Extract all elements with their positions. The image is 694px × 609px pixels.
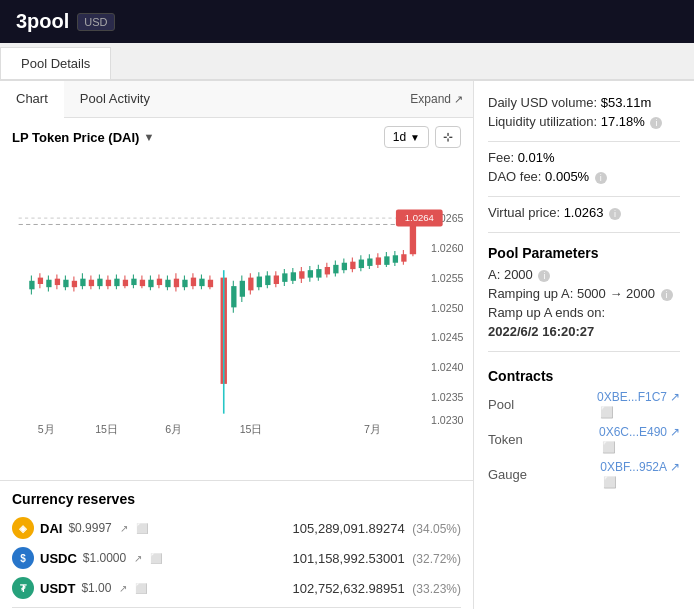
usdc-price: $1.0000 bbox=[83, 551, 126, 565]
daily-volume-row: Daily USD volume: $53.11m bbox=[488, 95, 680, 110]
pool-params-title: Pool Parameters bbox=[488, 245, 680, 261]
dao-fee-row: DAO fee: 0.005% i bbox=[488, 169, 680, 184]
reserve-row-usdt: ₮ USDT $1.00 ↗ ⬜ 102,752,632.98951 (33.2… bbox=[12, 577, 461, 599]
svg-text:1.0235: 1.0235 bbox=[431, 391, 464, 403]
dai-copy-icon[interactable]: ⬜ bbox=[136, 523, 148, 534]
tab-pool-details[interactable]: Pool Details bbox=[0, 47, 111, 79]
gauge-copy-icon[interactable]: ⬜ bbox=[603, 476, 617, 488]
divider-3 bbox=[488, 232, 680, 233]
usdt-pct: (33.23%) bbox=[412, 582, 461, 596]
pool-copy-icon[interactable]: ⬜ bbox=[600, 406, 614, 418]
divider-2 bbox=[488, 196, 680, 197]
price-chart: 1.0265 1.0260 1.0255 1.0250 1.0245 1.024… bbox=[8, 156, 465, 480]
reserves-title: Currency reserves bbox=[12, 491, 461, 507]
ramping-value: 5000 → 2000 bbox=[577, 286, 659, 301]
svg-rect-22 bbox=[63, 280, 68, 287]
svg-text:7月: 7月 bbox=[364, 423, 381, 435]
chevron-down-icon: ▼ bbox=[410, 132, 420, 143]
app-header: 3pool USD bbox=[0, 0, 694, 43]
external-link-icon: ↗ bbox=[670, 425, 680, 439]
dai-icon: ◈ bbox=[12, 517, 34, 539]
usdc-link-icon[interactable]: ↗ bbox=[134, 553, 142, 564]
svg-rect-48 bbox=[165, 280, 170, 287]
svg-rect-72 bbox=[282, 273, 287, 282]
fee-label: Fee: bbox=[488, 150, 518, 165]
ramp-end-value-row: 2022/6/2 16:20:27 bbox=[488, 324, 680, 339]
divider-1 bbox=[488, 141, 680, 142]
a-value: 2000 bbox=[504, 267, 533, 282]
app-title: 3pool bbox=[16, 10, 69, 33]
svg-text:1.0260: 1.0260 bbox=[431, 242, 464, 254]
dai-pct: (34.05%) bbox=[412, 522, 461, 536]
usdt-icon: ₮ bbox=[12, 577, 34, 599]
time-selector[interactable]: 1d ▼ bbox=[384, 126, 429, 148]
contract-row-token: Token 0X6C...E490 ↗ ⬜ bbox=[488, 425, 680, 454]
usdt-amount: 102,752,632.98951 bbox=[293, 581, 405, 596]
ramping-label: Ramping up A: bbox=[488, 286, 573, 301]
virtual-price-value: 1.0263 bbox=[564, 205, 604, 220]
svg-text:15日: 15日 bbox=[95, 423, 118, 435]
dao-fee-label: DAO fee: bbox=[488, 169, 545, 184]
daily-volume-value: $53.11m bbox=[601, 95, 652, 110]
chart-area: 1.0265 1.0260 1.0255 1.0250 1.0245 1.024… bbox=[0, 156, 473, 480]
svg-text:1.0230: 1.0230 bbox=[431, 414, 464, 426]
usdt-price: $1.00 bbox=[81, 581, 111, 595]
gauge-contract-label: Gauge bbox=[488, 467, 527, 482]
dai-name: DAI bbox=[40, 521, 62, 536]
usdt-name: USDT bbox=[40, 581, 75, 596]
svg-text:1.0255: 1.0255 bbox=[431, 272, 464, 284]
fee-row: Fee: 0.01% bbox=[488, 150, 680, 165]
contract-row-gauge: Gauge 0XBF...952A ↗ ⬜ bbox=[488, 460, 680, 489]
tab-chart[interactable]: Chart bbox=[0, 81, 64, 118]
expand-button[interactable]: Expand ↗ bbox=[410, 92, 463, 106]
usdc-icon: $ bbox=[12, 547, 34, 569]
svg-text:1.0250: 1.0250 bbox=[431, 302, 464, 314]
ramp-end-row: Ramp up A ends on: bbox=[488, 305, 680, 320]
dai-price: $0.9997 bbox=[68, 521, 111, 535]
lp-token-selector[interactable]: LP Token Price (DAI) ▼ bbox=[12, 130, 154, 145]
liquidity-util-value: 17.18% bbox=[601, 114, 645, 129]
dao-fee-info-icon[interactable]: i bbox=[595, 172, 607, 184]
usdt-copy-icon[interactable]: ⬜ bbox=[135, 583, 147, 594]
reserve-row-dai: ◈ DAI $0.9997 ↗ ⬜ 105,289,091.89274 (34.… bbox=[12, 517, 461, 539]
token-copy-icon[interactable]: ⬜ bbox=[602, 441, 616, 453]
svg-rect-58 bbox=[208, 280, 213, 287]
ramp-info-icon[interactable]: i bbox=[661, 289, 673, 301]
svg-text:6月: 6月 bbox=[165, 423, 182, 435]
tab-pool-activity[interactable]: Pool Activity bbox=[64, 81, 166, 117]
a-value-row: A: 2000 i bbox=[488, 267, 680, 282]
usdc-pct: (32.72%) bbox=[412, 552, 461, 566]
pool-contract-link[interactable]: 0XBE...F1C7 ↗ bbox=[597, 390, 680, 404]
svg-rect-24 bbox=[72, 281, 77, 287]
right-panel: Daily USD volume: $53.11m Liquidity util… bbox=[474, 81, 694, 609]
external-link-icon: ↗ bbox=[670, 460, 680, 474]
contracts-title: Contracts bbox=[488, 368, 680, 384]
usdc-copy-icon[interactable]: ⬜ bbox=[150, 553, 162, 564]
pool-contract-label: Pool bbox=[488, 397, 514, 412]
a-info-icon[interactable]: i bbox=[538, 270, 550, 282]
dai-link-icon[interactable]: ↗ bbox=[120, 523, 128, 534]
token-contract-label: Token bbox=[488, 432, 523, 447]
token-contract-link[interactable]: 0X6C...E490 ↗ bbox=[599, 425, 680, 439]
ramp-end-value: 2022/6/2 16:20:27 bbox=[488, 324, 594, 339]
page-tabs: Pool Details bbox=[0, 43, 694, 81]
svg-text:1.0264: 1.0264 bbox=[405, 212, 435, 223]
ramping-row: Ramping up A: 5000 → 2000 i bbox=[488, 286, 680, 301]
usdc-name: USDC bbox=[40, 551, 77, 566]
svg-text:15日: 15日 bbox=[240, 423, 263, 435]
svg-rect-92 bbox=[367, 258, 372, 265]
daily-volume-label: Daily USD volume: bbox=[488, 95, 601, 110]
liquidity-info-icon[interactable]: i bbox=[650, 117, 662, 129]
cursor-button[interactable]: ⊹ bbox=[435, 126, 461, 148]
chart-right-controls: 1d ▼ ⊹ bbox=[384, 126, 461, 148]
liquidity-util-row: Liquidity utilization: 17.18% i bbox=[488, 114, 680, 129]
divider-4 bbox=[488, 351, 680, 352]
reserve-row-usdc: $ USDC $1.0000 ↗ ⬜ 101,158,992.53001 (32… bbox=[12, 547, 461, 569]
chart-controls: LP Token Price (DAI) ▼ 1d ▼ ⊹ bbox=[0, 118, 473, 156]
gauge-contract-link[interactable]: 0XBF...952A ↗ bbox=[600, 460, 680, 474]
usdt-link-icon[interactable]: ↗ bbox=[119, 583, 127, 594]
currency-reserves-section: Currency reserves ◈ DAI $0.9997 ↗ ⬜ 105,… bbox=[0, 480, 473, 609]
chevron-down-icon: ▼ bbox=[143, 131, 154, 143]
virtual-price-info-icon[interactable]: i bbox=[609, 208, 621, 220]
ramp-end-label: Ramp up A ends on: bbox=[488, 305, 605, 320]
